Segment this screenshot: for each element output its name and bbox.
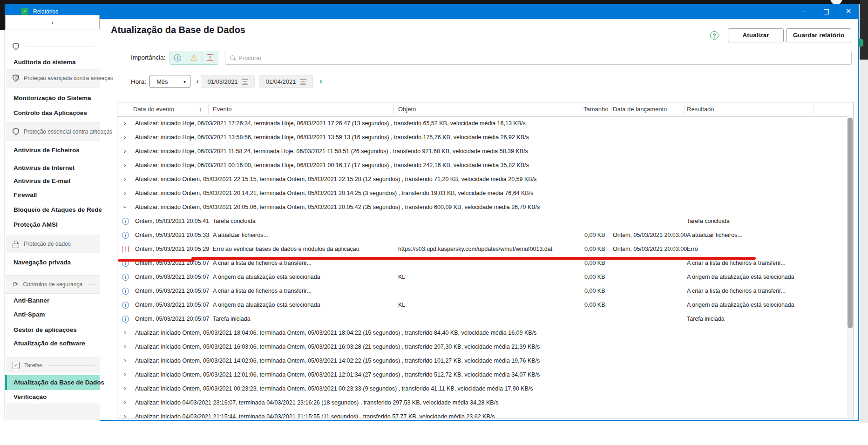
group-summary-text: Atualizar: iniciado Ontem, 05/03/2021 00… (135, 382, 533, 396)
sidebar-item-controlo-das-aplica-es[interactable]: Controlo das Aplicações (5, 107, 100, 120)
event-group-row[interactable]: ›Atualizar: iniciado Ontem, 05/03/2021 2… (117, 186, 853, 200)
info-icon: i (122, 274, 129, 281)
group-summary-text: Atualizar: iniciado 04/03/2021 23:16:07,… (135, 396, 498, 410)
sort-descending-icon[interactable]: ↓ (199, 102, 202, 116)
sidebar-item-antiv-rus-de-internet[interactable]: Antivírus de Internet (5, 162, 100, 175)
sidebar-item-gestor-de-aplica-es[interactable]: Gestor de aplicações (5, 324, 100, 337)
sidebar-section-label: Controlos de segurança (23, 281, 82, 288)
event-group-row[interactable]: ›Atualizar: iniciado Ontem, 05/03/2021 1… (117, 340, 853, 354)
column-header-object[interactable]: Objeto (398, 102, 416, 116)
sidebar-item-prote-o-amsi[interactable]: Proteção AMSI (5, 218, 100, 231)
event-date: Ontem, 05/03/2021 20:05:29 (135, 242, 209, 256)
chevron-collapsed-icon[interactable]: › (124, 186, 126, 200)
event-row[interactable]: iOntem, 05/03/2021 20:05:07A origem da a… (117, 270, 853, 284)
date-from-field[interactable]: 01/03/2021 (201, 75, 255, 88)
column-header-release[interactable]: Data de lançamento (613, 102, 667, 116)
sidebar-section-icon-row (5, 40, 100, 53)
sidebar-section-5: Proteção essencial contra ameaças (5, 122, 100, 141)
sidebar-item-antiv-rus-de-ficheiros[interactable]: Antivírus de Ficheiros (5, 144, 100, 157)
importance-error-toggle[interactable]: ! (202, 51, 218, 64)
event-result: Tarefa iniciada (687, 312, 725, 326)
event-group-row[interactable]: ›Atualizar: iniciado Ontem, 05/03/2021 2… (117, 172, 853, 186)
search-input[interactable]: Procurar (225, 51, 852, 65)
close-button[interactable]: ✕ (840, 4, 857, 19)
chevron-collapsed-icon[interactable]: › (124, 396, 126, 410)
chevron-collapsed-icon[interactable]: › (124, 144, 126, 158)
group-summary-text: Atualizar: iniciado Hoje, 06/03/2021 13:… (135, 130, 529, 144)
event-text: Tarefa iniciada (213, 312, 251, 326)
event-group-row[interactable]: ›Atualizar: iniciado Hoje, 06/03/2021 13… (117, 130, 853, 144)
calendar-icon[interactable] (242, 79, 248, 85)
sidebar-item-anti-banner[interactable]: Anti-Banner (5, 294, 100, 307)
event-text: A atualizar ficheiros... (213, 228, 268, 242)
column-header-event[interactable]: Evento (213, 102, 231, 116)
chevron-collapsed-icon[interactable]: › (124, 382, 126, 396)
refresh-report-button[interactable]: Atualizar (728, 28, 784, 42)
sidebar-item-anti-spam[interactable]: Anti-Spam (5, 308, 100, 321)
calendar-icon[interactable] (300, 79, 306, 85)
sidebar-section-label: Proteção avançada contra ameaças (24, 75, 113, 81)
date-from-value: 01/03/2021 (207, 78, 237, 85)
event-release-date: Ontem, 05/03/2021 20:03:00 (613, 242, 687, 256)
event-row[interactable]: iOntem, 05/03/2021 20:05:41Tarefa conclu… (117, 214, 853, 228)
sidebar-item-auditoria-do-sistema[interactable]: Auditoria do sistema (5, 56, 100, 69)
maximize-button[interactable] (817, 4, 835, 19)
chevron-collapsed-icon[interactable]: › (124, 116, 126, 130)
sidebar-item-firewall[interactable]: Firewall (5, 189, 100, 202)
sidebar-item-atualiza-o-de-software[interactable]: Atualização de software (5, 337, 100, 350)
event-group-row[interactable]: ›Atualizar: iniciado Ontem, 05/03/2021 1… (117, 354, 853, 368)
chevron-collapsed-icon[interactable]: › (124, 410, 126, 418)
period-value: Mês (156, 78, 168, 85)
event-group-row[interactable]: ›Atualizar: iniciado Ontem, 05/03/2021 2… (117, 200, 853, 214)
event-group-row[interactable]: ›Atualizar: iniciado 04/03/2021 23:16:07… (117, 396, 853, 410)
minimize-button[interactable]: – (795, 4, 813, 19)
vertical-scrollbar-thumb[interactable] (848, 118, 853, 328)
column-header-result[interactable]: Resultado (687, 102, 714, 116)
help-icon[interactable]: ? (710, 31, 719, 40)
event-group-row[interactable]: ›Atualizar: iniciado Ontem, 05/03/2021 1… (117, 326, 853, 340)
event-group-row[interactable]: ›Atualizar: iniciado Hoje, 06/03/2021 17… (117, 116, 853, 130)
save-report-button[interactable]: Guardar relatório (786, 28, 851, 42)
event-group-row[interactable]: ›Atualizar: iniciado Ontem, 05/03/2021 0… (117, 382, 853, 396)
column-header-size[interactable]: Tamanho (583, 102, 608, 116)
importance-warning-toggle[interactable]: ⚠ (186, 51, 203, 64)
event-row-error[interactable]: !Ontem, 05/03/2021 20:05:29Erro ao verif… (117, 242, 853, 256)
sidebar-item-monitoriza-o-do-sistema[interactable]: Monitorização do Sistema (5, 92, 100, 105)
column-header-date[interactable]: Data do evento (133, 102, 174, 116)
importance-info-toggle[interactable]: i (170, 51, 186, 64)
event-row[interactable]: iOntem, 05/03/2021 20:05:07Tarefa inicia… (117, 312, 853, 326)
sidebar-item-bloqueio-de-ataques-de-rede[interactable]: Bloqueio de Ataques de Rede (5, 203, 100, 216)
lock-icon (13, 243, 19, 248)
sidebar-item-navega-o-privada[interactable]: Navegação privada (5, 256, 100, 269)
chevron-collapsed-icon[interactable]: › (124, 130, 126, 144)
importance-label: Importância: (131, 51, 165, 65)
sidebar-back-button[interactable]: ‹ (5, 15, 100, 29)
chevron-collapsed-icon[interactable]: › (124, 368, 126, 382)
chevron-collapsed-icon[interactable]: › (124, 340, 126, 354)
chevron-collapsed-icon[interactable]: › (124, 326, 126, 340)
chevron-collapsed-icon[interactable]: › (124, 158, 126, 172)
group-summary-text: Atualizar: iniciado 04/03/2021 21:15:44,… (135, 410, 495, 418)
event-row[interactable]: iOntem, 05/03/2021 20:05:07A origem da a… (117, 298, 853, 312)
next-period-button[interactable]: › (317, 75, 325, 88)
chevron-collapsed-icon[interactable]: › (124, 354, 126, 368)
period-select[interactable]: Mês ▾ (149, 75, 190, 88)
info-icon: i (122, 232, 129, 239)
events-table: Data do evento ↓ Evento Objeto Tamanho D… (117, 102, 854, 418)
event-text: Tarefa concluída (213, 214, 256, 228)
chevron-expanded-icon[interactable]: › (118, 206, 132, 209)
event-group-row[interactable]: ›Atualizar: iniciado Hoje, 06/03/2021 00… (117, 158, 853, 172)
chevron-down-icon: ▾ (183, 79, 186, 84)
sidebar-item-atualiza-o-da-base-de-dados[interactable]: Atualização da Base de Dados (5, 375, 100, 390)
chevron-collapsed-icon[interactable]: › (124, 172, 126, 186)
error-annotation-line (191, 257, 756, 260)
event-group-row[interactable]: ›Atualizar: iniciado Hoje, 06/03/2021 11… (117, 144, 853, 158)
event-group-row[interactable]: ›Atualizar: iniciado Ontem, 05/03/2021 1… (117, 368, 853, 382)
event-row[interactable]: iOntem, 05/03/2021 20:05:33A atualizar f… (117, 228, 853, 242)
sidebar-item-antiv-rus-de-e-mail[interactable]: Antivírus de E-mail (5, 175, 100, 188)
event-size: 0,00 KB (584, 242, 605, 256)
sidebar-item-verifica-o[interactable]: Verificação (5, 391, 100, 404)
date-to-field[interactable]: 01/04/2021 (259, 75, 313, 88)
event-row[interactable]: iOntem, 05/03/2021 20:05:07A criar a lis… (117, 284, 853, 298)
event-group-row[interactable]: ›Atualizar: iniciado 04/03/2021 21:15:44… (117, 410, 853, 418)
